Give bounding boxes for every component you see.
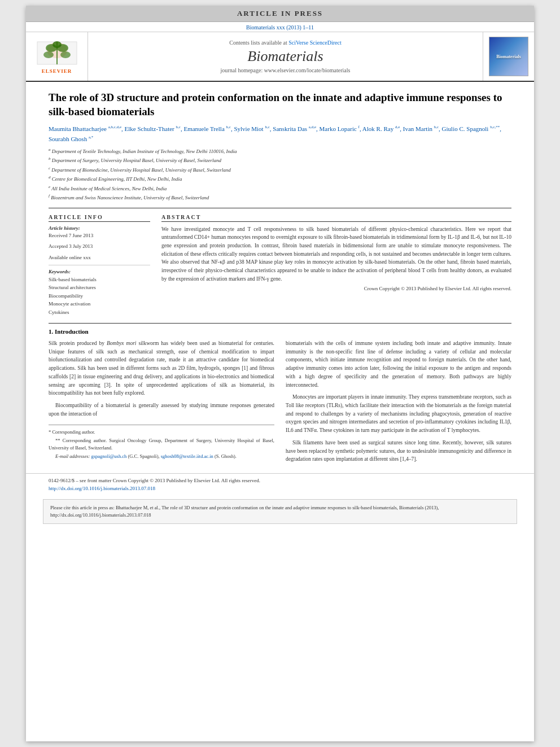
info-abstract-section: ARTICLE INFO Article history: Received 7… [49, 214, 511, 316]
keyword-4: Monocyte activation [49, 300, 150, 308]
article-info-title: ARTICLE INFO [49, 214, 150, 222]
keywords-title: Keywords: [49, 269, 150, 274]
abstract-title: ABSTRACT [161, 214, 511, 222]
history-title: Article history: [49, 225, 150, 231]
svg-point-7 [53, 41, 62, 48]
abstract-text: We have investigated monocyte and T cell… [161, 225, 511, 283]
intro-para-3: biomaterials with the cells of immune sy… [286, 339, 511, 389]
journal-homepage: journal homepage: www.elsevier.com/locat… [221, 67, 351, 73]
journal-header: ELSEVIER Contents lists available at Sci… [26, 32, 534, 82]
intro-para-1: Silk protein produced by Bombyx mori sil… [49, 339, 274, 397]
keyword-2: Structural architectures [49, 283, 150, 291]
main-content: The role of 3D structure and protein con… [26, 82, 534, 473]
footnote-3: E-mail addresses: gspagnoli@ush.ch (G.C.… [49, 453, 274, 460]
authors-line: Maumita Bhattacharjee a,b,c,d,e, Elke Sc… [49, 124, 511, 144]
sciverse-link[interactable]: SciVerse ScienceDirect [288, 40, 342, 46]
svg-point-5 [43, 51, 54, 58]
keyword-3: Biocompatibility [49, 292, 150, 300]
elsevier-logo-container: ELSEVIER [26, 32, 88, 81]
doi-copyright: 0142-9612/$ – see front matter Crown Cop… [49, 477, 511, 485]
citation-line: Biomaterials xxx (2013) 1–11 [26, 22, 534, 32]
section-title-introduction: 1. Introduction [49, 328, 511, 335]
introduction-divider [49, 323, 511, 324]
footnote-2: ** Corresponding author. Surgical Oncolo… [49, 437, 274, 452]
svg-point-6 [60, 51, 71, 58]
sciverse-line: Contents lists available at SciVerse Sci… [229, 40, 342, 46]
keywords-list: Silk-based biomaterials Structural archi… [49, 276, 150, 316]
affil-b: b Department of Surgery, University Hosp… [49, 156, 511, 165]
intro-para-4: Monocytes are important players in innat… [286, 393, 511, 435]
journal-thumbnail-container: Biomaterials [483, 32, 534, 81]
abstract-copyright: Crown Copyright © 2013 Published by Else… [161, 286, 511, 291]
doi-footer: 0142-9612/$ – see front matter Crown Cop… [26, 473, 534, 496]
footnotes: * Corresponding author. ** Corresponding… [49, 425, 274, 460]
keyword-1: Silk-based biomaterials [49, 276, 150, 283]
elsevier-tree-icon [34, 39, 80, 67]
affil-f: f Biozentrum and Swiss Nanoscience Insti… [49, 193, 511, 202]
intro-para-5: Silk filaments have been used as surgica… [286, 439, 511, 464]
affil-e: e All India Institute of Medical Science… [49, 184, 511, 193]
journal-title: Biomaterials [247, 48, 323, 65]
accepted-date: Accepted 3 July 2013 [49, 243, 150, 251]
elsevier-wordmark: ELSEVIER [42, 68, 72, 74]
received-date: Received 7 June 2013 [49, 232, 150, 240]
body-col-left: Silk protein produced by Bombyx mori sil… [49, 339, 274, 468]
article-info-panel: ARTICLE INFO Article history: Received 7… [49, 214, 150, 316]
article-title: The role of 3D structure and protein con… [49, 91, 511, 119]
article-in-press-banner: ARTICLE IN PRESS [26, 6, 534, 22]
intro-para-2: Biocompatibility of a biomaterial is gen… [49, 401, 274, 418]
affil-d: d Centre for Biomedical Engineering, IIT… [49, 174, 511, 184]
affil-c: c Department of Biomedicine, University … [49, 165, 511, 174]
affiliations: a Department of Textile Technology, Indi… [49, 147, 511, 202]
biomaterials-thumbnail: Biomaterials [489, 37, 528, 76]
body-columns: Silk protein produced by Bombyx mori sil… [49, 339, 511, 468]
citation-box: Please cite this article in press as: Bh… [43, 499, 517, 524]
footnote-1: * Corresponding author. [49, 429, 274, 436]
abstract-panel: ABSTRACT We have investigated monocyte a… [161, 214, 511, 316]
keyword-5: Cytokines [49, 308, 150, 316]
doi-link[interactable]: http://dx.doi.org/10.1016/j.biomaterials… [49, 486, 155, 491]
available-date: Available online xxx [49, 254, 150, 262]
header-divider [49, 208, 511, 208]
journal-center: Contents lists available at SciVerse Sci… [88, 32, 483, 81]
body-col-right: biomaterials with the cells of immune sy… [286, 339, 511, 468]
affil-a: a Department of Textile Technology, Indi… [49, 147, 511, 156]
